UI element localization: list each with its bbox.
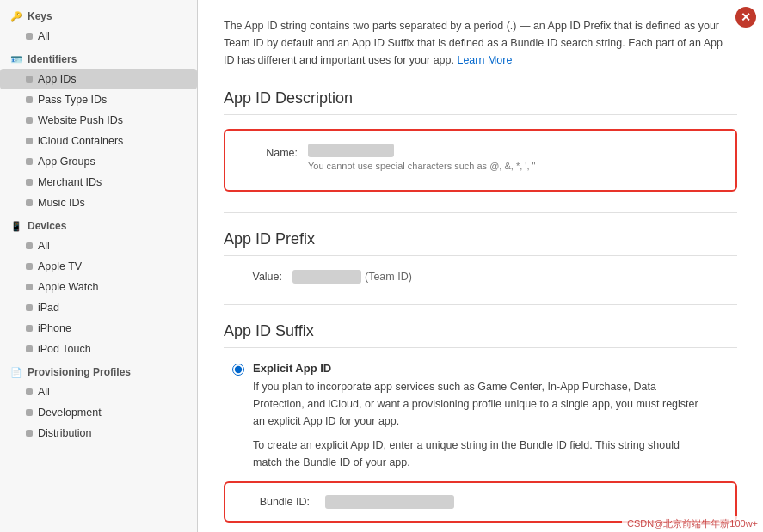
sidebar-item-ipad[interactable]: iPad (0, 297, 197, 318)
bundle-id-highlighted-box: Bundle ID: (224, 481, 737, 523)
sidebar-item-website-push-ids[interactable]: Website Push IDs (0, 110, 197, 131)
sidebar-item-app-groups[interactable]: App Groups (0, 151, 197, 172)
sidebar-item-label: iPhone (38, 322, 71, 334)
bullet-icon (26, 117, 33, 124)
sidebar-item-label: Apple Watch (38, 281, 98, 293)
id-icon: 🪪 (10, 53, 22, 65)
prefix-value-label: Value: (232, 271, 292, 283)
app-container: 🔑 Keys All 🪪 Identifiers App IDs Pass Ty… (0, 0, 763, 532)
bullet-icon (26, 96, 33, 103)
explicit-desc2: To create an explicit App ID, enter a un… (253, 437, 700, 471)
bullet-icon (26, 138, 33, 144)
prefix-title: App ID Prefix (224, 230, 737, 256)
bullet-icon (26, 199, 33, 206)
sidebar-item-label: Development (38, 407, 102, 419)
explicit-desc1: If you plan to incorporate app services … (253, 378, 700, 430)
suffix-section: App ID Suffix Explicit App ID If you pla… (224, 322, 737, 532)
name-form-row: Name: You cannot use special characters … (239, 143, 722, 171)
sidebar-item-app-ids[interactable]: App IDs (0, 69, 197, 89)
sidebar-item-merchant-ids[interactable]: Merchant IDs (0, 172, 197, 193)
sidebar-item-all-profiles[interactable]: All (0, 382, 197, 402)
bullet-icon (26, 388, 33, 395)
bullet-icon (26, 242, 33, 249)
sidebar-section-identifiers-label: Identifiers (28, 53, 77, 65)
sidebar-item-label: iPad (38, 302, 59, 314)
sidebar-item-apple-watch[interactable]: Apple Watch (0, 277, 197, 297)
prefix-section: App ID Prefix Value: (Team ID) (224, 230, 737, 284)
sidebar-section-keys[interactable]: 🔑 Keys (0, 3, 197, 26)
close-button[interactable]: ✕ (735, 7, 756, 28)
learn-more-link[interactable]: Learn More (457, 54, 512, 66)
bundle-id-row: Bundle ID: (239, 495, 722, 509)
sidebar-item-apple-tv[interactable]: Apple TV (0, 256, 197, 277)
sidebar-item-pass-type-ids[interactable]: Pass Type IDs (0, 89, 197, 110)
bundle-id-placeholder (325, 495, 454, 509)
bundle-id-label: Bundle ID: (248, 496, 317, 508)
sidebar-item-label: App IDs (38, 73, 76, 85)
devices-items: All Apple TV Apple Watch iPad iPhone iPo… (0, 235, 197, 359)
explicit-app-id-row: Explicit App ID If you plan to incorpora… (224, 362, 737, 471)
device-icon: 📱 (10, 220, 22, 232)
sidebar-item-label: Apple TV (38, 260, 82, 272)
sidebar-item-all-devices[interactable]: All (0, 235, 197, 256)
sidebar-item-icloud-containers[interactable]: iCloud Containers (0, 131, 197, 151)
team-id-suffix: (Team ID) (365, 271, 412, 283)
bullet-icon (26, 33, 33, 40)
sidebar-section-devices[interactable]: 📱 Devices (0, 213, 197, 235)
sidebar-section-provisioning[interactable]: 📄 Provisioning Profiles (0, 359, 197, 382)
bullet-icon (26, 304, 33, 311)
team-id-placeholder (292, 270, 361, 284)
bullet-icon (26, 409, 33, 416)
sidebar-item-distribution[interactable]: Distribution (0, 423, 197, 443)
profile-icon: 📄 (10, 366, 22, 378)
divider-1 (224, 212, 737, 213)
bullet-icon (26, 76, 33, 83)
bullet-icon (26, 179, 33, 186)
sidebar-item-label: Merchant IDs (38, 176, 102, 188)
sidebar-section-keys-label: Keys (28, 10, 52, 22)
sidebar-item-development[interactable]: Development (0, 402, 197, 423)
sidebar-item-label: All (38, 30, 50, 42)
identifiers-items: App IDs Pass Type IDs Website Push IDs i… (0, 69, 197, 213)
description-highlighted-box: Name: You cannot use special characters … (224, 129, 737, 192)
main-content: ✕ The App ID string contains two parts s… (198, 0, 763, 532)
bullet-icon (26, 430, 33, 437)
sidebar-item-label: App Groups (38, 156, 95, 168)
name-placeholder (308, 144, 394, 157)
provisioning-items: All Development Distribution (0, 382, 197, 443)
sidebar-section-identifiers[interactable]: 🪪 Identifiers (0, 46, 197, 69)
description-title: App ID Description (224, 89, 737, 115)
sidebar-item-label: All (38, 240, 50, 252)
sidebar-section-devices-label: Devices (28, 220, 66, 232)
sidebar-item-label: iPod Touch (38, 343, 91, 355)
sidebar-item-label: Music IDs (38, 197, 85, 209)
name-label: Name: (248, 143, 308, 159)
bullet-icon (26, 284, 33, 290)
bullet-icon (26, 263, 33, 270)
bullet-icon (26, 158, 33, 165)
bullet-icon (26, 325, 33, 332)
sidebar-item-label: Pass Type IDs (38, 94, 107, 106)
sidebar-item-music-ids[interactable]: Music IDs (0, 193, 197, 213)
sidebar-item-label: iCloud Containers (38, 135, 123, 147)
prefix-value: (Team ID) (292, 270, 412, 284)
intro-text: The App ID string contains two parts sep… (224, 17, 723, 69)
explicit-label: Explicit App ID (253, 362, 700, 375)
sidebar-item-iphone[interactable]: iPhone (0, 318, 197, 339)
divider-2 (224, 304, 737, 305)
sidebar-section-provisioning-label: Provisioning Profiles (28, 366, 131, 378)
keys-items: All (0, 26, 197, 46)
name-field-group: You cannot use special characters such a… (308, 143, 713, 171)
key-icon: 🔑 (10, 10, 22, 22)
sidebar: 🔑 Keys All 🪪 Identifiers App IDs Pass Ty… (0, 0, 198, 532)
prefix-row: Value: (Team ID) (224, 270, 737, 284)
sidebar-item-label: Website Push IDs (38, 114, 123, 126)
bullet-icon (26, 345, 33, 352)
explicit-content: Explicit App ID If you plan to incorpora… (253, 362, 700, 471)
name-hint: You cannot use special characters such a… (308, 161, 713, 171)
sidebar-item-all-keys[interactable]: All (0, 26, 197, 46)
description-section: App ID Description Name: You cannot use … (224, 89, 737, 192)
sidebar-item-label: Distribution (38, 427, 92, 439)
explicit-radio[interactable] (232, 364, 244, 376)
sidebar-item-ipod-touch[interactable]: iPod Touch (0, 339, 197, 359)
